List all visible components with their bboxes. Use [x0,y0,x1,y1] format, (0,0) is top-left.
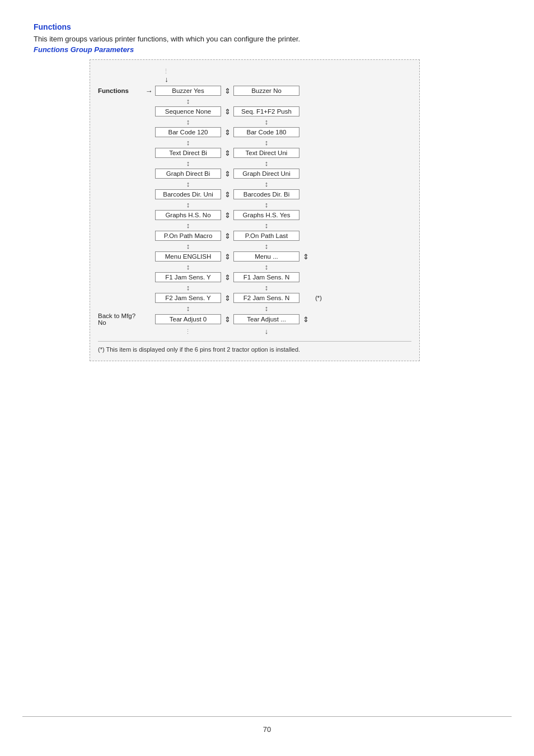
ud-arrow-6: ⇕ [221,190,233,199]
ud-arrow-1: ⇕ [221,87,233,95]
ud-arrow-2: ⇕ [221,108,233,116]
graphs-hs-yes-box: Graphs H.S. Yes [233,210,299,220]
barcode180-box: Bar Code 180 [233,127,299,137]
graph-direct-uni-box: Graph Direct Uni [233,169,299,179]
section-subtitle: Functions Group Parameters [34,45,500,54]
buzzer-yes-box: Buzzer Yes [155,86,221,96]
footnote-text: (*) This item is displayed only if the 6… [98,341,411,353]
sequence-none-row: Sequence None ⇕ Seq. F1+F2 Push [98,105,411,118]
menu-english-row: Menu ENGLISH ⇕ Menu ... ⇕ [98,250,411,263]
functions-row: Functions → Buzzer Yes ⇕ Buzzer No [98,85,411,97]
sub-arrows-3: ↕ ↕ [98,138,411,147]
page-number: 70 [263,725,271,734]
barcode120-box: Bar Code 120 [155,127,221,137]
f1-jam-y-box: F1 Jam Sens. Y [155,272,221,282]
sub-arrows-6: ↕ ↕ [98,200,411,209]
footnote-marker: (*) [312,295,325,301]
functions-label: Functions [98,87,143,94]
sub-arrows-10: ↕ ↕ [98,283,411,292]
ud-arrow-12b: ⇕ [299,315,312,324]
ud-arrow-8: ⇕ [221,232,233,240]
sub-arrows-5: ↕ ↕ [98,180,411,188]
sequence-none-box: Sequence None [155,106,221,116]
sub-arrows-1: ↕ [98,97,411,105]
pon-path-macro-box: P.On Path Macro [155,231,221,241]
seq-f1f2-box: Seq. F1+F2 Push [233,106,299,116]
bottom-arrows: ⋮ ↓ [98,326,411,335]
empty-box-2 [312,110,362,113]
ud-arrow-4: ⇕ [221,149,233,157]
f2-jam-y-row: F2 Jam Sens. Y ⇕ F2 Jam Sens. N (*) [98,292,411,304]
graphs-hs-no-box: Graphs H.S. No [155,210,221,220]
ud-arrow-3: ⇕ [221,128,233,137]
sub-arrows-2: ↕ ↕ [98,118,411,126]
f2-jam-y-box: F2 Jam Sens. Y [155,293,221,303]
f2-jam-n-box: F2 Jam Sens. N [233,293,299,303]
tear-adjust-row: Back to Mfg? No Tear Adjust 0 ⇕ Tear Adj… [98,312,411,326]
f1-jam-y-row: F1 Jam Sens. Y ⇕ F1 Jam Sens. N [98,271,411,283]
barcodes-dir-bi-box: Barcodes Dir. Bi [233,189,299,199]
text-direct-bi-row: Text Direct Bi ⇕ Text Direct Uni [98,147,411,159]
menu-dots-box: Menu ... [233,251,299,262]
f1-jam-n-box: F1 Jam Sens. N [233,272,299,282]
ud-arrow-9b: ⇕ [299,253,312,261]
buzzer-no-box: Buzzer No [233,86,299,96]
page-divider [22,716,512,717]
empty-box-10 [312,276,362,278]
ud-arrow-7: ⇕ [221,211,233,220]
menu-english-box: Menu ENGLISH [155,251,221,262]
empty-box-1 [312,90,362,92]
empty-box-7 [312,214,362,216]
empty-box-8 [312,235,362,237]
page-container: Functions This item groups various print… [0,0,534,384]
sub-arrows-8: ↕ ↕ [98,242,411,250]
ud-arrow-11: ⇕ [221,294,233,302]
diagram-container: ⋮ ↓ Functions → Buzzer Yes ⇕ Buzzer No ↕… [90,59,420,361]
sub-arrows-7: ↕ ↕ [98,221,411,230]
empty-box-9 [312,255,362,258]
empty-box-3 [312,131,362,133]
sub-arrows-9: ↕ ↕ [98,263,411,271]
empty-box-4 [312,152,362,154]
graph-direct-bi-row: Graph Direct Bi ⇕ Graph Direct Uni [98,167,411,180]
graph-direct-bi-box: Graph Direct Bi [155,169,221,179]
barcodes-dir-uni-box: Barcodes Dir. Uni [155,189,221,199]
empty-box-12 [312,318,362,320]
back-to-mfg-label: Back to Mfg? No [98,312,143,326]
ud-arrow-9: ⇕ [221,253,233,261]
sub-arrows-11: ↕ ↕ [98,304,411,312]
barcode120-row: Bar Code 120 ⇕ Bar Code 180 [98,126,411,138]
section-title: Functions [34,22,500,31]
graphs-hs-no-row: Graphs H.S. No ⇕ Graphs H.S. Yes [98,209,411,221]
ud-arrow-10: ⇕ [221,273,233,282]
sub-arrows-4: ↕ ↕ [98,159,411,167]
pon-path-macro-row: P.On Path Macro ⇕ P.On Path Last [98,230,411,242]
tear-adjust-0-box: Tear Adjust 0 [155,314,221,324]
barcodes-dir-uni-row: Barcodes Dir. Uni ⇕ Barcodes Dir. Bi [98,188,411,200]
pon-path-last-box: P.On Path Last [233,231,299,241]
right-arrow: → [143,87,155,95]
section-description: This item groups various printer functio… [34,35,500,43]
top-down-arrow: ↓ [165,75,168,83]
ud-arrow-12: ⇕ [221,315,233,324]
empty-box-5 [312,172,362,175]
empty-box-6 [312,193,362,195]
entry-arrow-top: ⋮ ↓ [98,68,411,85]
text-direct-uni-box: Text Direct Uni [233,148,299,158]
text-direct-bi-box: Text Direct Bi [155,148,221,158]
ud-arrow-5: ⇕ [221,170,233,178]
tear-adjust-dots-box: Tear Adjust ... [233,314,299,324]
